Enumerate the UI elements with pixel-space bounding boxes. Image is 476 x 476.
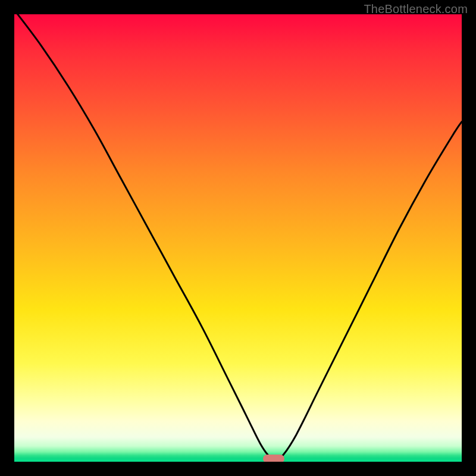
minimum-marker xyxy=(263,455,284,462)
outer-frame: TheBottleneck.com xyxy=(0,0,476,476)
plot-area xyxy=(14,14,462,462)
bottleneck-curve xyxy=(14,14,462,462)
